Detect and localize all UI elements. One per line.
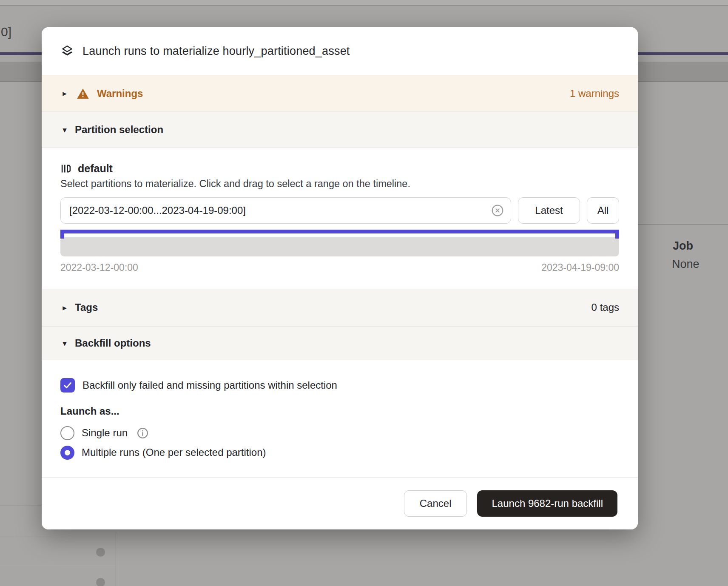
partition-section-body: default Select partitions to materialize… <box>42 148 638 289</box>
partition-dimension-name: default <box>78 162 113 175</box>
chevron-down-icon: ▾ <box>60 339 69 348</box>
bg-row-divider <box>0 536 116 536</box>
checkbox-label: Backfill only failed and missing partiti… <box>82 379 337 391</box>
tags-count: 0 tags <box>592 302 619 313</box>
launch-as-label: Launch as... <box>60 405 619 417</box>
bg-column-divider <box>116 532 116 586</box>
radio-multiple-runs[interactable]: Multiple runs (One per selected partitio… <box>60 443 619 462</box>
info-icon[interactable] <box>136 427 149 439</box>
partition-range-input[interactable] <box>60 197 511 224</box>
timeline-selection-bar[interactable] <box>60 230 619 233</box>
timeline-start-label: 2022-03-12-00:00 <box>60 262 138 273</box>
bg-job-value: None <box>672 258 700 271</box>
timeline-end-label: 2023-04-19-09:00 <box>541 262 619 273</box>
bg-job-header: Job <box>673 239 693 253</box>
latest-button[interactable]: Latest <box>518 197 580 224</box>
bg-input-fragment: 0] <box>1 25 11 39</box>
dialog-title: Launch runs to materialize hourly_partit… <box>82 45 350 58</box>
chevron-right-icon: ▸ <box>60 88 69 98</box>
backfill-section-body: Backfill only failed and missing partiti… <box>42 360 638 477</box>
timeline-track[interactable] <box>60 237 619 256</box>
all-button[interactable]: All <box>587 197 619 224</box>
tags-label: Tags <box>75 302 98 313</box>
bg-toolbar-strip <box>0 0 728 6</box>
layers-icon <box>60 44 74 58</box>
radio-multiple-runs-label: Multiple runs (One per selected partitio… <box>82 447 266 458</box>
launch-backfill-button[interactable]: Launch 9682-run backfill <box>477 490 617 517</box>
dialog-footer: Cancel Launch 9682-run backfill <box>42 477 638 529</box>
failed-missing-checkbox-row[interactable]: Backfill only failed and missing partiti… <box>60 378 619 393</box>
backfill-section-header[interactable]: ▾ Backfill options <box>42 326 638 360</box>
checkbox-check-icon <box>63 380 73 390</box>
bg-row-divider <box>0 506 43 506</box>
partition-selection-label: Partition selection <box>75 124 163 136</box>
warnings-section-header[interactable]: ▸ Warnings 1 warnings <box>42 75 638 111</box>
partition-set-icon <box>60 163 72 174</box>
warnings-count: 1 warnings <box>570 88 619 100</box>
backfill-options-label: Backfill options <box>75 337 151 349</box>
chevron-down-icon: ▾ <box>60 125 69 135</box>
clear-input-icon[interactable] <box>491 204 504 217</box>
cancel-button[interactable]: Cancel <box>404 490 467 517</box>
partition-section-header[interactable]: ▾ Partition selection <box>42 111 638 148</box>
tags-section-header[interactable]: ▸ Tags 0 tags <box>42 289 638 326</box>
bg-row-divider <box>0 567 116 567</box>
launch-backfill-dialog: Launch runs to materialize hourly_partit… <box>42 27 638 529</box>
bg-status-dot <box>96 578 105 586</box>
radio-selected-icon[interactable] <box>60 446 74 460</box>
dialog-header: Launch runs to materialize hourly_partit… <box>42 27 638 75</box>
warning-icon <box>77 87 89 100</box>
chevron-right-icon: ▸ <box>60 303 69 313</box>
bg-status-dot <box>96 548 105 557</box>
failed-missing-checkbox[interactable] <box>60 378 75 393</box>
warnings-label: Warnings <box>97 88 143 100</box>
radio-unselected-icon[interactable] <box>60 426 74 440</box>
radio-single-run-label: Single run <box>82 427 128 439</box>
radio-single-run[interactable]: Single run <box>60 423 619 443</box>
partition-help-text: Select partitions to materialize. Click … <box>60 178 619 190</box>
bg-row-divider <box>638 224 728 225</box>
